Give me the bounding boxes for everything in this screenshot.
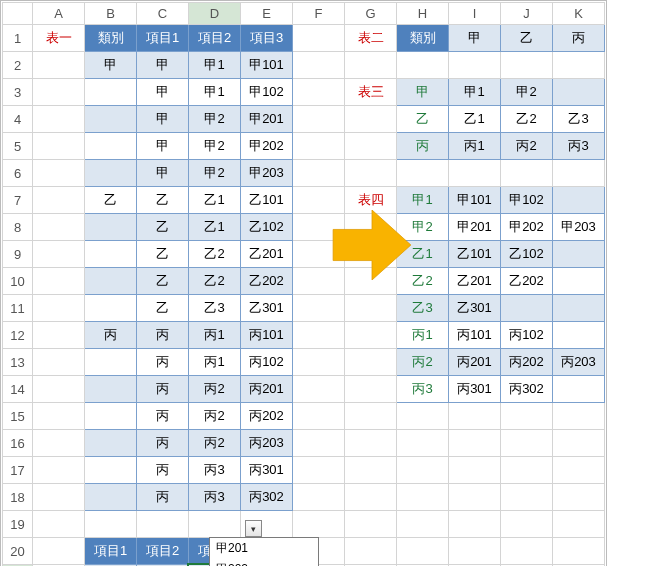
cell-C20[interactable]: 項目2 xyxy=(137,538,189,565)
cell-H12[interactable]: 丙1 xyxy=(397,322,449,349)
cell-D17[interactable]: 丙3 xyxy=(189,457,241,484)
cell-A6[interactable] xyxy=(33,160,85,187)
cell-K17[interactable] xyxy=(553,457,605,484)
cell-I12[interactable]: 丙101 xyxy=(449,322,501,349)
cell-J19[interactable] xyxy=(501,511,553,538)
row-header[interactable]: 10 xyxy=(3,268,33,295)
cell-J10[interactable]: 乙202 xyxy=(501,268,553,295)
cell-G6[interactable] xyxy=(345,160,397,187)
cell-F18[interactable] xyxy=(293,484,345,511)
cell-H10[interactable]: 乙2 xyxy=(397,268,449,295)
cell-G2[interactable] xyxy=(345,52,397,79)
row-header[interactable]: 18 xyxy=(3,484,33,511)
cell-K7[interactable] xyxy=(553,187,605,214)
cell-F13[interactable] xyxy=(293,349,345,376)
cell-G11[interactable] xyxy=(345,295,397,322)
cell-H20[interactable] xyxy=(397,538,449,565)
cell-D10[interactable]: 乙2 xyxy=(189,268,241,295)
row-header[interactable]: 17 xyxy=(3,457,33,484)
cell-K12[interactable] xyxy=(553,322,605,349)
cell-K10[interactable] xyxy=(553,268,605,295)
label-table1[interactable]: 表一 xyxy=(33,25,85,52)
cell-D6[interactable]: 甲2 xyxy=(189,160,241,187)
cell-J13[interactable]: 丙202 xyxy=(501,349,553,376)
cell-H1[interactable]: 類別 xyxy=(397,25,449,52)
cell-J18[interactable] xyxy=(501,484,553,511)
cell-D8[interactable]: 乙1 xyxy=(189,214,241,241)
cell-D2[interactable]: 甲1 xyxy=(189,52,241,79)
cell-F16[interactable] xyxy=(293,430,345,457)
row-header[interactable]: 13 xyxy=(3,349,33,376)
cell-F9[interactable] xyxy=(293,241,345,268)
cell-B14[interactable] xyxy=(85,376,137,403)
cell-C14[interactable]: 丙 xyxy=(137,376,189,403)
cell-G9[interactable] xyxy=(345,241,397,268)
cell-G17[interactable] xyxy=(345,457,397,484)
column-header[interactable]: A xyxy=(33,3,85,25)
cell-H4[interactable]: 乙 xyxy=(397,106,449,133)
cell-H5[interactable]: 丙 xyxy=(397,133,449,160)
cell-J1[interactable]: 乙 xyxy=(501,25,553,52)
cell-A15[interactable] xyxy=(33,403,85,430)
cell-F11[interactable] xyxy=(293,295,345,322)
cell-H15[interactable] xyxy=(397,403,449,430)
cell-D7[interactable]: 乙1 xyxy=(189,187,241,214)
cell-E13[interactable]: 丙102 xyxy=(241,349,293,376)
cell-D3[interactable]: 甲1 xyxy=(189,79,241,106)
cell-I8[interactable]: 甲201 xyxy=(449,214,501,241)
cell-I9[interactable]: 乙101 xyxy=(449,241,501,268)
cell-J4[interactable]: 乙2 xyxy=(501,106,553,133)
cell-A2[interactable] xyxy=(33,52,85,79)
cell-K9[interactable] xyxy=(553,241,605,268)
cell-K1[interactable]: 丙 xyxy=(553,25,605,52)
cell-H19[interactable] xyxy=(397,511,449,538)
cell-C13[interactable]: 丙 xyxy=(137,349,189,376)
cell-B12[interactable]: 丙 xyxy=(85,322,137,349)
cell-H18[interactable] xyxy=(397,484,449,511)
cell-C19[interactable] xyxy=(137,511,189,538)
cell-B16[interactable] xyxy=(85,430,137,457)
cell-H9[interactable]: 乙1 xyxy=(397,241,449,268)
cell-A16[interactable] xyxy=(33,430,85,457)
cell-A11[interactable] xyxy=(33,295,85,322)
cell-J20[interactable] xyxy=(501,538,553,565)
cell-G14[interactable] xyxy=(345,376,397,403)
cell-A8[interactable] xyxy=(33,214,85,241)
cell-F6[interactable] xyxy=(293,160,345,187)
cell-H2[interactable] xyxy=(397,52,449,79)
cell-K13[interactable]: 丙203 xyxy=(553,349,605,376)
cell-F2[interactable] xyxy=(293,52,345,79)
cell-B15[interactable] xyxy=(85,403,137,430)
dropdown-list[interactable]: 甲201甲202甲203 xyxy=(209,537,319,566)
cell-J9[interactable]: 乙102 xyxy=(501,241,553,268)
cell-B17[interactable] xyxy=(85,457,137,484)
cell-G18[interactable] xyxy=(345,484,397,511)
cell-C12[interactable]: 丙 xyxy=(137,322,189,349)
cell-H6[interactable] xyxy=(397,160,449,187)
cell-G15[interactable] xyxy=(345,403,397,430)
cell-A12[interactable] xyxy=(33,322,85,349)
row-header[interactable]: 4 xyxy=(3,106,33,133)
cell-K16[interactable] xyxy=(553,430,605,457)
cell-A13[interactable] xyxy=(33,349,85,376)
row-header[interactable]: 3 xyxy=(3,79,33,106)
cell-E2[interactable]: 甲101 xyxy=(241,52,293,79)
cell-J16[interactable] xyxy=(501,430,553,457)
cell-K8[interactable]: 甲203 xyxy=(553,214,605,241)
cell-C15[interactable]: 丙 xyxy=(137,403,189,430)
cell-K3[interactable] xyxy=(553,79,605,106)
cell-A3[interactable] xyxy=(33,79,85,106)
cell-I14[interactable]: 丙301 xyxy=(449,376,501,403)
row-header[interactable]: 8 xyxy=(3,214,33,241)
cell-G4[interactable] xyxy=(345,106,397,133)
cell-G8[interactable] xyxy=(345,214,397,241)
column-header[interactable]: H xyxy=(397,3,449,25)
cell-G19[interactable] xyxy=(345,511,397,538)
cell-D12[interactable]: 丙1 xyxy=(189,322,241,349)
cell-F5[interactable] xyxy=(293,133,345,160)
cell-I10[interactable]: 乙201 xyxy=(449,268,501,295)
cell-G20[interactable] xyxy=(345,538,397,565)
cell-E14[interactable]: 丙201 xyxy=(241,376,293,403)
cell-A4[interactable] xyxy=(33,106,85,133)
cell-I2[interactable] xyxy=(449,52,501,79)
